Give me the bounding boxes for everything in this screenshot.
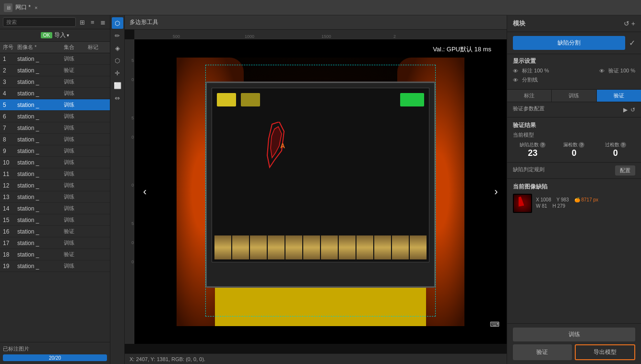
app-icon: 🖥 — [4, 3, 12, 12]
header-buttons: ↺ + — [624, 20, 635, 27]
left-bottom: 已标注图片 20/20 — [0, 342, 110, 364]
verify-eye-icon[interactable]: 👁 — [599, 68, 605, 74]
col-mark: 标记 — [88, 44, 107, 51]
table-row[interactable]: 6 station _ 训练 — [0, 111, 110, 122]
tab-verify[interactable]: 验证 — [597, 90, 641, 102]
table-row[interactable]: 17 station _ 训练 — [0, 237, 110, 249]
right-panel: 模块 ↺ + 缺陷分割 ✓ 显示设置 👁 标注 100 % 👁 验证 100 %… — [507, 15, 641, 364]
config-button[interactable]: 配置 — [615, 165, 635, 176]
next-image-button[interactable]: › — [487, 180, 505, 204]
table-row[interactable]: 3 station _ 训练 — [0, 76, 110, 88]
connector-image: A — [177, 58, 464, 326]
row-set: 训练 — [64, 205, 88, 212]
table-row[interactable]: 7 station _ 训练 — [0, 122, 110, 134]
search-input[interactable] — [3, 17, 76, 27]
canvas-area[interactable]: 500 1000 1500 2 5 0 5 0 0 5 0 0 — [125, 30, 507, 353]
list-icon-btn[interactable]: ≣ — [98, 18, 107, 27]
add-button[interactable]: + — [631, 20, 635, 27]
table-row[interactable]: 9 station _ 训练 — [0, 145, 110, 157]
import-button[interactable]: 导入 — [54, 31, 69, 39]
row-set: 训练 — [64, 101, 88, 108]
left-toolbar: ⊞ ≡ ≣ 🔒 — [0, 15, 110, 29]
sort-icon-btn[interactable]: ≡ — [89, 18, 96, 27]
defect-thumbnail[interactable] — [513, 194, 532, 213]
table-row[interactable]: 15 station _ 训练 — [0, 214, 110, 226]
row-name: station _ — [17, 251, 64, 258]
row-name: station _ — [17, 263, 64, 270]
defect-rule-label: 缺陷判定规则 — [513, 166, 545, 173]
table-row[interactable]: 16 station _ 验证 — [0, 226, 110, 237]
image-list: 1 station _ 训练 2 station _ 验证 3 station … — [0, 53, 110, 342]
defect-seg-button[interactable]: 缺陷分割 — [513, 36, 625, 50]
table-row[interactable]: 5 station _ 训练 — [0, 99, 110, 111]
table-row[interactable]: 18 station _ 验证 — [0, 249, 110, 260]
q-icon-2: ? — [579, 142, 584, 148]
over-detect-val: 0 — [596, 148, 635, 158]
history-icon[interactable]: ↺ — [630, 106, 635, 113]
verify-params: 验证参数配置 ▶ ↺ — [507, 102, 641, 117]
defect-thumb-inner — [514, 195, 531, 212]
defect-thumb-mark — [517, 196, 524, 207]
row-id: 3 — [3, 79, 17, 85]
over-detect-label: 过检数 ? — [596, 141, 635, 148]
ruler-v-1: 5 — [131, 59, 134, 63]
left-panel: ⊞ ≡ ≣ 🔒 OK 导入 序号 图像名 * 集合 标记 1 station _… — [0, 15, 110, 364]
defect-size: 🍊 8717 px — [574, 197, 598, 202]
row-name: station _ — [17, 90, 64, 97]
defect-rule-row: 缺陷判定规则 配置 — [507, 163, 641, 179]
table-row[interactable]: 13 station _ 训练 — [0, 191, 110, 203]
transform-tool-btn[interactable]: ⇔ — [112, 92, 123, 104]
table-row[interactable]: 4 station _ 训练 — [0, 88, 110, 99]
row-name: station _ — [17, 67, 64, 74]
row-set: 训练 — [64, 55, 88, 62]
row-set: 验证 — [64, 228, 88, 235]
table-row[interactable]: 11 station _ 训练 — [0, 168, 110, 180]
defect-h: H 279 — [552, 203, 565, 209]
table-row[interactable]: 8 station _ 训练 — [0, 134, 110, 145]
table-row[interactable]: 10 station _ 训练 — [0, 157, 110, 168]
brush-tool-btn[interactable]: ✏ — [112, 30, 123, 41]
row-id: 12 — [3, 182, 17, 189]
filter-icon-btn[interactable]: ⊞ — [78, 18, 87, 27]
verify-params-label: 验证参数配置 — [513, 105, 545, 112]
pin — [356, 235, 373, 259]
eraser-tool-btn[interactable]: ◈ — [112, 42, 123, 54]
polygon-tool-btn[interactable]: ⬡ — [112, 17, 123, 29]
expand-arrow-icon[interactable]: ▶ — [623, 106, 628, 113]
prev-image-button[interactable]: ‹ — [136, 180, 154, 204]
main-layout: ⊞ ≡ ≣ 🔒 OK 导入 序号 图像名 * 集合 标记 1 station _… — [0, 15, 641, 364]
table-row[interactable]: 19 station _ 训练 — [0, 260, 110, 272]
tab-train[interactable]: 训练 — [552, 90, 596, 102]
cursor-coords: X: 2407, Y: 1381, RGB: (0, 0, 0). — [130, 356, 205, 362]
tab-annotate[interactable]: 标注 — [507, 90, 552, 102]
label-eye-icon[interactable]: 👁 — [513, 68, 518, 74]
keyboard-shortcut-icon[interactable]: ⌨ — [487, 319, 502, 329]
row-name: station _ — [17, 56, 64, 62]
reset-button[interactable]: ↺ — [624, 20, 629, 27]
defect-x: X 1008 — [536, 197, 551, 202]
table-row[interactable]: 1 station _ 训练 — [0, 53, 110, 65]
row-id: 9 — [3, 148, 17, 154]
export-model-button[interactable]: 导出模型 — [575, 344, 636, 360]
pin — [268, 235, 285, 259]
seg-line-eye-icon[interactable]: 👁 — [513, 77, 518, 83]
paint-tool-btn[interactable]: ⬡ — [112, 55, 123, 66]
train-button[interactable]: 训练 — [513, 328, 635, 341]
col-set: 集合 — [64, 44, 88, 51]
right-footer: 训练 验证 导出模型 — [507, 323, 641, 364]
select-tool-btn[interactable]: ⬜ — [112, 80, 123, 91]
close-button[interactable]: × — [35, 5, 37, 11]
row-name: station _ — [17, 228, 64, 235]
verify-button[interactable]: 验证 — [513, 344, 572, 360]
led-yellow-1 — [217, 93, 236, 106]
connector-body: A — [205, 82, 436, 288]
row-id: 17 — [3, 240, 17, 247]
pin — [214, 235, 231, 259]
table-row[interactable]: 14 station _ 训练 — [0, 203, 110, 214]
ruler-v-8: 0 — [131, 260, 134, 264]
cross-tool-btn[interactable]: ✛ — [112, 67, 123, 79]
table-row[interactable]: 12 station _ 训练 — [0, 180, 110, 191]
progress-bar-fill: 20/20 — [3, 354, 107, 361]
table-row[interactable]: 2 station _ 验证 — [0, 65, 110, 76]
row-id: 15 — [3, 217, 17, 223]
